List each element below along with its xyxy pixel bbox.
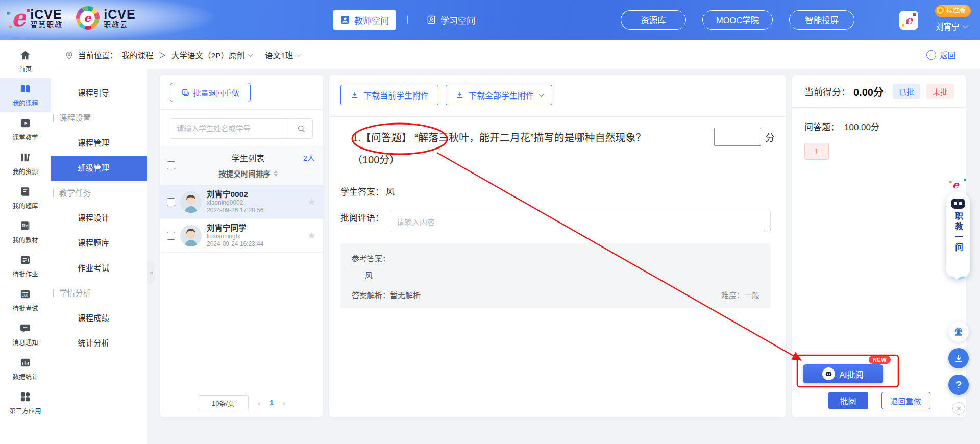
comment-label: 批阅评语：: [340, 211, 384, 224]
app-grid-icon[interactable]: e: [899, 11, 918, 30]
sidebar-item-icon: [19, 117, 31, 129]
course-menu-item[interactable]: 教学任务: [51, 181, 147, 206]
customer-service-button[interactable]: [948, 322, 969, 342]
reference-answer: 风: [352, 269, 760, 280]
question-number-chip[interactable]: 1: [804, 143, 829, 160]
course-menu-item[interactable]: 班级管理: [51, 156, 147, 181]
search-button[interactable]: [289, 119, 312, 138]
question-text: 1.【问答题】 “解落三秋叶，能开二月花”描写的是哪种自然现象？: [340, 130, 718, 145]
reference-answer-box: 参考答案： 风 答案解析： 暂无解析 难度：一般: [340, 243, 771, 308]
course-menu-item[interactable]: 课程引导: [51, 81, 147, 106]
student-list-title: 学生列表: [180, 152, 316, 164]
space-tab[interactable]: 学习空间: [419, 10, 482, 30]
download-current-attachment-button[interactable]: 下载当前学生附件: [340, 85, 438, 105]
student-list: 刘宵宁0002 xiaoning0002 2024-09-26 17:20:56…: [160, 185, 323, 253]
breadcrumb-class-dropdown[interactable]: 语文1班: [265, 49, 300, 60]
back-arrow-icon: ←: [926, 50, 936, 60]
student-name: 刘宵宁0002: [207, 189, 302, 199]
download-icon: [350, 90, 359, 100]
assistant-name: 职教一问: [952, 212, 964, 254]
course-menu-item[interactable]: 课程管理: [51, 131, 147, 156]
course-menu-item[interactable]: 作业考试: [51, 256, 147, 281]
sidebar-item-icon: 100: [19, 288, 31, 300]
space-tabs: 教师空间 学习空间: [333, 10, 494, 30]
breadcrumb-prefix: 当前位置：: [78, 49, 118, 60]
sidebar-collapse-handle[interactable]: «: [147, 261, 155, 284]
score-suffix: 分: [765, 130, 775, 144]
sort-by-submit-time[interactable]: 按提交时间排序: [180, 168, 316, 179]
help-button[interactable]: ?: [948, 375, 969, 395]
zhijiao-assistant-widget[interactable]: 职教一问: [946, 192, 970, 280]
sidebar-item[interactable]: 数据统计: [0, 352, 51, 386]
student-checkbox[interactable]: [167, 232, 175, 240]
space-tab-icon: [340, 15, 350, 25]
sort-icon: [274, 170, 278, 177]
comment-textarea[interactable]: [390, 211, 771, 232]
reviewed-filter-chip[interactable]: 已批: [893, 84, 920, 99]
current-page[interactable]: 1: [270, 399, 274, 407]
close-float-button[interactable]: ✕: [952, 402, 965, 415]
header-pill-button[interactable]: 资源库: [621, 10, 686, 30]
question-type-tag: 【问答题】: [361, 132, 412, 143]
chevron-down-icon: [248, 51, 253, 57]
sidebar-item[interactable]: 第三方应用: [0, 386, 51, 420]
search-input[interactable]: [170, 119, 289, 138]
back-button[interactable]: ← 返回: [926, 40, 955, 69]
user-menu[interactable]: 刘宵宁: [936, 20, 967, 32]
course-menu-item[interactable]: 统计分析: [51, 331, 147, 356]
download-float-button[interactable]: [948, 348, 969, 368]
search-icon: [297, 124, 306, 133]
breadcrumb-course-dropdown[interactable]: 大学语文（2P）原创: [172, 49, 252, 60]
sidebar-item-icon: [19, 83, 31, 95]
sidebar-item[interactable]: 我的资源: [0, 146, 51, 181]
unreviewed-filter-chip[interactable]: 未批: [926, 84, 954, 99]
ai-review-button[interactable]: AI批阅: [803, 364, 883, 383]
sidebar-item[interactable]: 待批作业: [0, 249, 51, 283]
course-menu-item[interactable]: 课程设置: [51, 106, 147, 131]
header-pill-button[interactable]: 智能投屏: [789, 10, 854, 30]
student-row[interactable]: 刘宵宁同学 liuxiaoningtx 2024-09-24 16:23:44 …: [160, 219, 323, 253]
sidebar-item[interactable]: 我的课程: [0, 78, 51, 112]
download-all-attachment-button[interactable]: 下载全部学生附件: [446, 85, 552, 105]
space-tab[interactable]: 教师空间: [333, 10, 396, 30]
breadcrumb-bar: 当前位置： 我的课程 ＞ 大学语文（2P）原创 语文1班 ← 返回: [51, 40, 980, 69]
batch-return-button[interactable]: 批量退回重做: [170, 83, 251, 102]
prev-page-button[interactable]: ‹: [258, 399, 260, 407]
select-all-checkbox[interactable]: [167, 161, 175, 169]
score-input[interactable]: [714, 128, 761, 146]
pagination: 10条/页 ‹ 1 ›: [160, 395, 323, 410]
page-size-select[interactable]: 10条/页: [198, 395, 249, 410]
analysis-value: 暂无解析: [390, 289, 421, 300]
student-submit-time: 2024-09-26 17:20:56: [207, 207, 302, 214]
student-name: 刘宵宁同学: [207, 223, 302, 233]
favorite-star-icon[interactable]: ★: [307, 230, 316, 241]
download-icon: [455, 90, 464, 100]
course-menu-item[interactable]: 课程成绩: [51, 306, 147, 331]
student-row[interactable]: 刘宵宁0002 xiaoning0002 2024-09-26 17:20:56…: [160, 185, 323, 219]
sidebar-item-icon: [19, 49, 31, 61]
student-answer-value: 风: [386, 185, 395, 198]
student-search: [170, 118, 313, 139]
new-badge: NEW: [869, 356, 891, 364]
sidebar-item[interactable]: 100 待批考试: [0, 283, 51, 317]
student-checkbox[interactable]: [167, 198, 175, 206]
chevron-down-icon: [962, 22, 968, 28]
header-pill-button[interactable]: MOOC学院: [702, 10, 773, 30]
sidebar-item[interactable]: 课堂教学: [0, 112, 51, 146]
sidebar-item[interactable]: 数字 我的教材: [0, 215, 51, 249]
chevron-down-icon: [296, 51, 302, 57]
course-menu-item[interactable]: 学情分析: [51, 281, 147, 306]
return-redo-button[interactable]: 退回重做: [881, 392, 930, 409]
sidebar-item[interactable]: 消息通知: [0, 317, 51, 352]
sidebar-item[interactable]: 首页: [0, 44, 51, 78]
breadcrumb-my-courses[interactable]: 我的课程: [122, 49, 154, 60]
analysis-label: 答案解析：: [352, 289, 390, 300]
sidebar-item[interactable]: 我的题库: [0, 181, 51, 215]
breadcrumb: 当前位置： 我的课程 ＞ 大学语文（2P）原创 语文1班: [64, 40, 300, 69]
course-menu-item[interactable]: 课程题库: [51, 231, 147, 256]
favorite-star-icon[interactable]: ★: [307, 196, 316, 208]
difficulty-label: 难度：: [721, 291, 744, 300]
course-menu-item[interactable]: 课程设计: [51, 206, 147, 231]
review-button[interactable]: 批阅: [828, 392, 868, 409]
next-page-button[interactable]: ›: [283, 399, 285, 407]
